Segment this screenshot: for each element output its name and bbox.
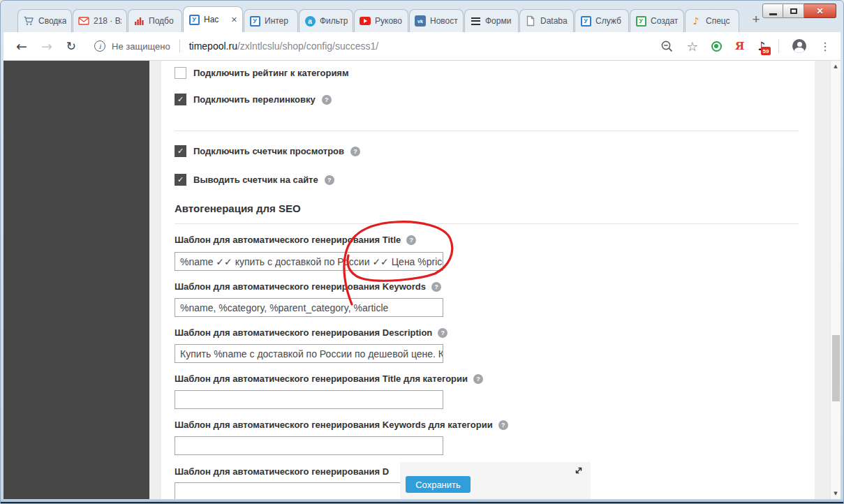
field-label-text: Шаблон для автоматического генерирования… — [175, 466, 389, 477]
tab-label: Руково — [375, 16, 403, 26]
tab-label: Форми — [485, 16, 513, 26]
address-bar[interactable]: timepool.ru/zxlntlcslu/shop/config/succe… — [189, 40, 379, 52]
checkbox-row: ✓ Выводить счетчик на сайте ? — [175, 174, 334, 186]
tab-forms[interactable]: Форми — [464, 9, 519, 32]
tab-database[interactable]: Databa — [519, 9, 574, 32]
help-icon[interactable]: ? — [322, 95, 332, 105]
field-label-text: Шаблон для автоматического генерирования… — [175, 281, 426, 292]
site-info-icon[interactable]: i — [94, 40, 105, 52]
tab-svodka[interactable]: Сводка — [17, 9, 72, 32]
u-letter: У — [581, 16, 591, 27]
help-icon[interactable]: ? — [438, 328, 447, 338]
help-icon[interactable]: ? — [350, 147, 360, 156]
checkbox-row: ✓ Подключить перелинковку ? — [175, 94, 332, 105]
close-window-button[interactable]: ✕ — [804, 3, 836, 18]
interlinking-checkbox[interactable]: ✓ — [175, 94, 186, 105]
tab-label: Фильтр — [320, 16, 348, 26]
field-label: Шаблон для автоматического генерирования… — [175, 235, 416, 245]
tab-label: Служб — [595, 16, 623, 26]
scroll-down-arrow[interactable]: ▼ — [831, 489, 841, 498]
field-label: Шаблон для автоматического генерирования… — [175, 466, 389, 477]
mail-icon — [78, 15, 89, 27]
input-value: %name ✓✓ купить с доставкой по России ✓✓… — [180, 256, 443, 267]
tab-internet[interactable]: У Интер — [244, 9, 298, 32]
ucms-icon: У — [188, 14, 200, 25]
field-label-text: Шаблон для автоматического генерирования… — [175, 373, 468, 384]
bookmark-star-icon[interactable]: ☆ — [687, 39, 698, 54]
page-scrollbar[interactable]: ▲ ▼ — [830, 61, 841, 499]
tab-podbor[interactable]: Подбо — [128, 9, 182, 32]
tab-label: Спецс — [706, 16, 734, 26]
browser-toolbar: ← → ↻ i Не защищено timepool.ru/zxlntlcs… — [3, 32, 841, 61]
tab-label: Интер — [265, 16, 293, 26]
help-icon[interactable]: ? — [473, 374, 483, 384]
menu-kebab-icon[interactable]: ⋮ — [820, 40, 831, 53]
scroll-up-arrow[interactable]: ▲ — [831, 61, 841, 71]
url-host: timepool.ru — [189, 40, 237, 52]
settings-form: ✓ Подключить рейтинг к категориям ✓ Подк… — [161, 61, 815, 499]
barchart-icon — [133, 15, 145, 27]
back-button[interactable]: ← — [16, 38, 27, 54]
keywords-template-input[interactable]: %name, %category, %parent_category, %art… — [175, 298, 443, 317]
show-counter-checkbox[interactable]: ✓ — [175, 174, 186, 186]
help-icon[interactable]: ? — [431, 282, 441, 292]
window-controls: ✕ — [762, 3, 836, 18]
category-keywords-template-input[interactable] — [175, 436, 443, 455]
tab-filter[interactable]: a Фильтр — [299, 9, 353, 32]
tab-service[interactable]: У Служб — [575, 9, 629, 32]
close-icon[interactable]: ✕ — [231, 15, 237, 24]
security-label: Не защищено — [112, 41, 170, 52]
expand-icon[interactable] — [574, 466, 584, 475]
reload-button[interactable]: ↻ — [66, 39, 76, 53]
section-divider — [175, 131, 799, 131]
url-separator — [179, 40, 180, 52]
input-value: %name, %category, %parent_category, %art… — [180, 302, 388, 313]
window-bottom-border — [1, 499, 843, 503]
admin-sidebar — [3, 61, 149, 499]
title-template-input[interactable]: %name ✓✓ купить с доставкой по России ✓✓… — [175, 252, 443, 271]
clef-icon: ♪ — [690, 15, 702, 27]
field-label: Шаблон для автоматического генерирования… — [175, 373, 483, 384]
tab-spec[interactable]: ♪ Спецс — [685, 9, 739, 32]
hamburger-icon — [470, 15, 481, 27]
help-icon[interactable]: ? — [498, 420, 508, 430]
checkbox-label: Подключить перелинковку — [193, 94, 316, 105]
check-icon: ✓ — [177, 95, 184, 104]
views-counter-checkbox[interactable]: ✓ — [175, 145, 186, 157]
field-label: Шаблон для автоматического генерирования… — [175, 327, 447, 338]
scrollbar-thumb[interactable] — [832, 335, 840, 401]
tab-create[interactable]: У Создат — [630, 9, 684, 32]
page-viewport: ✓ Подключить рейтинг к категориям ✓ Подк… — [3, 61, 841, 499]
tab-vk[interactable]: vk Новост — [409, 9, 464, 32]
help-icon[interactable]: ? — [406, 235, 416, 245]
music-extension-icon[interactable]: ♪59 — [757, 39, 765, 53]
rating-checkbox[interactable]: ✓ — [175, 67, 186, 79]
input-value: Купить %name с доставкой по России по де… — [180, 348, 443, 360]
adblock-extension-icon[interactable] — [711, 41, 722, 52]
zoom-out-icon[interactable] — [660, 40, 674, 53]
checkbox-label: Подключить рейтинг к категориям — [193, 68, 349, 78]
tab-label: 218 · Вх — [94, 16, 121, 26]
tab-label: Создат — [651, 16, 679, 26]
tab-mail[interactable]: 218 · Вх — [73, 9, 127, 32]
ucms-icon: У — [249, 15, 260, 27]
profile-avatar[interactable] — [792, 39, 806, 53]
description-template-input[interactable]: Купить %name с доставкой по России по де… — [175, 344, 443, 363]
maximize-button[interactable] — [783, 3, 804, 18]
category-title-template-input[interactable] — [175, 390, 443, 409]
ucms-green-icon: У — [635, 15, 646, 27]
checkbox-label: Подключить счетчик просмотров — [193, 146, 344, 156]
vk-icon: vk — [415, 15, 426, 27]
minimize-button[interactable] — [762, 3, 783, 18]
save-button[interactable]: Сохранить — [406, 476, 471, 493]
help-icon[interactable]: ? — [325, 175, 334, 185]
tab-youtube[interactable]: Руково — [354, 9, 408, 32]
tab-settings-active[interactable]: У Нас ✕ — [183, 6, 243, 32]
u-letter: У — [189, 15, 200, 25]
yandex-extension-icon[interactable]: Я — [735, 40, 744, 52]
vk-letters: vk — [415, 15, 426, 27]
tab-label: Сводка — [38, 16, 66, 26]
forward-button[interactable]: → — [41, 38, 52, 54]
field-label: Шаблон для автоматического генерирования… — [175, 281, 441, 292]
check-icon: ✓ — [177, 175, 184, 184]
